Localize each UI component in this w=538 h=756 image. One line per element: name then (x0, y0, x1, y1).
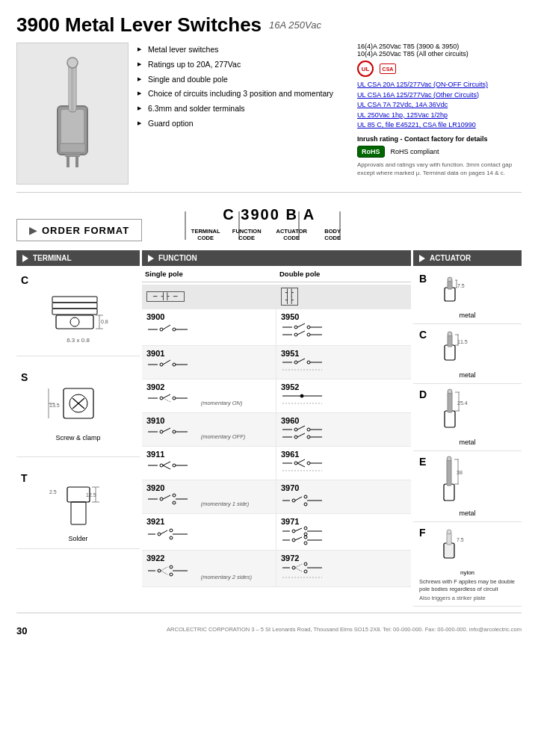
footer-divider (16, 613, 522, 613)
svg-point-154 (448, 332, 452, 336)
svg-line-49 (297, 331, 305, 335)
feature-item-2: Single and double pole (137, 72, 348, 87)
double-3960: 3960 (276, 413, 411, 446)
svg-rect-152 (445, 345, 455, 360)
cert-rating-1: 16(4)A 250Vac T85 (3900 & 3950) (357, 43, 522, 50)
single-num-0: 3900 (146, 312, 271, 321)
certifications-box: 16(4)A 250Vac T85 (3900 & 3950) 10(4)A 2… (357, 43, 522, 185)
svg-point-121 (304, 527, 307, 530)
header-section: 3900 Metal Lever Switches 16A 250Vac (16, 13, 522, 37)
svg-point-138 (292, 566, 295, 569)
function-pole-headers: Single pole Double pole (142, 268, 411, 282)
svg-rect-7 (60, 143, 85, 152)
single-num-5: 3920 (146, 483, 271, 492)
cert-logo-row: UL CSA (357, 61, 522, 77)
svg-point-175 (447, 530, 451, 534)
actuator-letter-e: E (419, 456, 426, 468)
double-num-1: 3951 (281, 349, 406, 358)
svg-point-147 (448, 277, 452, 282)
svg-point-58 (294, 361, 297, 364)
svg-text:13.5: 13.5 (49, 403, 60, 408)
double-num-2: 3952 (281, 382, 406, 391)
svg-point-141 (304, 563, 307, 566)
cert-rating-2: 10(4)A 250Vac T85 (All other circuits) (357, 50, 522, 58)
double-num-3: 3960 (281, 416, 406, 425)
header-subtitle: 16A 250Vac (269, 19, 321, 31)
svg-point-122 (304, 533, 307, 536)
svg-line-84 (297, 433, 305, 437)
actuator-header-arrow (419, 255, 425, 262)
single-3902: 3902 (momentary ON) (142, 379, 276, 412)
footer-text: ARCOLECTRIC CORPORATION 3 – 5 St Leonard… (167, 626, 522, 633)
double-3971: 3971 (276, 514, 411, 550)
svg-point-128 (304, 542, 307, 545)
terminal-header-label: TERMINAL (33, 254, 72, 262)
table-body: C 0.8 (16, 268, 522, 607)
csa-logo: CSA (380, 63, 396, 74)
svg-point-40 (173, 328, 176, 331)
svg-point-168 (447, 456, 451, 461)
svg-line-120 (295, 528, 302, 531)
terminal-item-s: S 13.5 S (16, 356, 140, 457)
actuator-column: B 7.5 (413, 268, 522, 607)
terminal-letter-s: S (21, 371, 135, 383)
double-3970: 3970 (276, 480, 411, 513)
feature-item-1: Ratings up to 20A, 277Vac (137, 58, 348, 72)
part-number-diagram: C 3900 B A TERMINALCODE FUNCTIONCODE ACT… (187, 206, 351, 241)
svg-rect-2 (69, 61, 76, 112)
svg-rect-167 (447, 459, 451, 486)
svg-point-73 (160, 430, 163, 433)
cert-text-block: UL CSA 20A 125/277Vac (ON-OFF Circuits) … (357, 80, 522, 131)
svg-point-53 (160, 363, 163, 366)
page-container: 3900 Metal Lever Switches 16A 250Vac (0, 0, 538, 647)
svg-line-108 (295, 497, 302, 501)
function-row-3: 3910 (momentary OFF) 3960 (142, 413, 411, 447)
order-format-label: ORDER FORMAT (42, 225, 129, 236)
svg-point-103 (173, 494, 176, 497)
approvals-note: Approvals and ratings vary with function… (357, 161, 522, 177)
single-num-2: 3902 (146, 382, 271, 391)
single-3922: 3922 (momentary 2 sides) (142, 551, 276, 586)
function-icon-row: ─ ┤├ ─ ┤├┤├ (142, 285, 411, 309)
product-image (16, 43, 129, 185)
page-title: 3900 Metal Lever Switches (16, 13, 262, 37)
svg-line-95 (297, 459, 305, 463)
single-icon-cell: ─ ┤├ ─ (142, 285, 276, 309)
terminal-dims-c: 6.3 x 0.8 (21, 337, 135, 344)
svg-rect-8 (67, 157, 69, 167)
svg-point-3 (67, 58, 78, 68)
footer-row: 30 ARCOLECTRIC CORPORATION 3 – 5 St Leon… (16, 619, 522, 636)
svg-line-59 (297, 359, 305, 362)
single-circuit-icon: ─ ┤├ ─ (146, 291, 185, 302)
svg-point-97 (307, 462, 310, 465)
rohs-badge: RoHS (357, 146, 385, 158)
actuator-desc-b: metal (419, 312, 516, 319)
svg-point-64 (160, 397, 163, 400)
svg-line-44 (297, 323, 305, 327)
double-3972: 3972 (276, 551, 411, 586)
svg-rect-15 (52, 303, 97, 309)
function-column: Single pole Double pole ─ ┤├ ─ ┤├┤├ 3900 (142, 268, 411, 607)
svg-line-133 (161, 571, 167, 574)
svg-point-83 (294, 436, 297, 439)
svg-line-139 (295, 564, 302, 568)
terminal-desc-t: Solder (21, 535, 135, 542)
actuator-letter-b: B (419, 273, 427, 285)
svg-line-54 (163, 360, 170, 365)
actuator-item-d: D 25.4 (413, 384, 522, 451)
svg-text:0.8: 0.8 (101, 319, 108, 324)
ul-line-4: UL 85 C, file E45221, CSA file LR10990 (357, 120, 522, 131)
svg-line-74 (163, 428, 170, 432)
svg-text:38: 38 (457, 470, 463, 475)
double-circuit-icon: ┤├┤├ (281, 288, 298, 306)
svg-point-131 (158, 569, 161, 572)
single-num-4: 3911 (146, 450, 271, 459)
actuator-desc-d: metal (419, 439, 516, 446)
inrush-text: Inrush rating - Contact factory for deta… (357, 135, 522, 143)
svg-line-90 (163, 465, 170, 469)
svg-line-114 (161, 530, 167, 534)
svg-line-102 (163, 495, 170, 499)
svg-line-132 (161, 567, 167, 571)
svg-line-39 (163, 325, 170, 329)
terminal-item-t: T 12.5 2.5 (16, 457, 140, 549)
